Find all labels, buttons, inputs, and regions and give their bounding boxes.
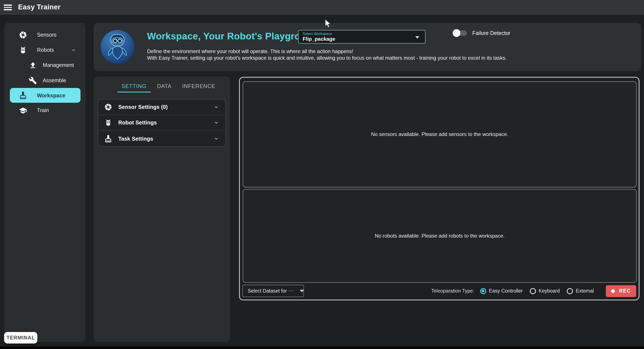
tab-inference[interactable]: INFERENCE	[182, 83, 215, 89]
toggle-track	[454, 31, 467, 36]
radio-keyboard[interactable]: Keyboard	[530, 288, 560, 294]
sensors-empty-message: No sensors available. Please add sensors…	[371, 131, 508, 137]
sidebar-nav: Sensors Robots Management Assemble Works…	[4, 23, 86, 342]
hamburger-menu-icon[interactable]	[4, 5, 12, 10]
radio-label: Keyboard	[539, 288, 560, 294]
workspace-select[interactable]: Select Workspace Flip_package	[298, 30, 426, 44]
chevron-down-icon	[415, 36, 419, 39]
accordion-robot-settings[interactable]: Robot Settings	[98, 115, 226, 131]
sidebar-item-train[interactable]: Train	[4, 103, 86, 118]
page-description: Define the environment where your robot …	[147, 49, 507, 61]
teleoperation-type-group: Teleoparation Type: Easy Controller Keyb…	[431, 285, 636, 297]
chevron-up-icon	[71, 47, 76, 53]
accordion-label: Robot Settings	[118, 120, 157, 126]
sidebar-item-sensors[interactable]: Sensors	[4, 27, 86, 42]
sidebar-item-label: Assemble	[43, 77, 66, 84]
chevron-down-icon	[213, 135, 219, 141]
sidebar-item-workspace[interactable]: Workspace	[10, 88, 80, 103]
rec-button-label: REC	[619, 288, 631, 294]
mouse-cursor	[324, 19, 332, 28]
radio-label: External	[576, 288, 594, 294]
failure-detector-label: Failure Detector	[472, 30, 510, 36]
graduation-cap-icon	[19, 106, 27, 115]
accordion-label: Task Settings	[118, 135, 153, 141]
robot-avatar	[100, 29, 135, 65]
robot-icon	[104, 119, 112, 127]
wrench-icon	[29, 76, 37, 85]
settings-panel: SETTING DATA INFERENCE Sensor Settings (…	[94, 77, 230, 342]
failure-detector-toggle[interactable]: Failure Detector	[454, 30, 510, 36]
workspace-main-container: No sensors available. Please add sensors…	[239, 77, 639, 300]
top-app-bar: Easy Trainer	[0, 0, 644, 15]
dataset-select-label: Select Dataset for ⋯	[248, 288, 293, 294]
sidebar-item-label: Management	[43, 62, 74, 68]
workspace-select-label: Select Workspace	[302, 32, 332, 36]
sidebar-item-assemble[interactable]: Assemble	[4, 73, 86, 88]
page-title: Workspace, Your Robot's Playground	[147, 31, 318, 42]
aperture-icon	[19, 31, 27, 39]
settings-accordion: Sensor Settings (0) Robot Settings Task …	[98, 99, 226, 147]
bottom-screen-edge	[0, 346, 644, 349]
rec-button[interactable]: REC	[606, 285, 636, 297]
radio-label: Easy Controller	[489, 288, 522, 294]
workspace-header-card: Workspace, Your Robot's Playground Defin…	[94, 23, 641, 71]
radio-external[interactable]: External	[567, 288, 594, 294]
terminal-button[interactable]: TERMINAL	[4, 332, 37, 343]
radio-button-checked-icon	[480, 288, 486, 294]
brush-icon	[19, 91, 27, 100]
app-title: Easy Trainer	[18, 3, 61, 12]
sensors-panel: No sensors available. Please add sensors…	[243, 81, 636, 187]
accordion-label: Sensor Settings (0)	[118, 104, 168, 110]
sidebar-item-label: Train	[37, 107, 49, 113]
accordion-task-settings[interactable]: Task Settings	[98, 131, 226, 146]
robots-empty-message: No robots available. Please add robots t…	[375, 233, 505, 239]
chevron-down-icon	[213, 120, 219, 126]
sidebar-item-robots[interactable]: Robots	[4, 42, 86, 58]
description-line-1: Define the environment where your robot …	[147, 49, 507, 55]
tab-setting[interactable]: SETTING	[122, 83, 146, 89]
tab-bar: SETTING DATA INFERENCE	[122, 83, 230, 89]
brush-icon	[104, 135, 112, 143]
record-toolbar: Select Dataset for ⋯ Teleoparation Type:…	[242, 284, 636, 298]
sidebar-item-label: Workspace	[37, 92, 66, 98]
record-dot-icon	[611, 289, 615, 293]
toggle-knob	[452, 29, 460, 37]
radio-button-icon	[567, 288, 573, 294]
tab-data[interactable]: DATA	[157, 83, 172, 89]
accordion-sensor-settings[interactable]: Sensor Settings (0)	[98, 100, 226, 115]
robot-icon	[19, 46, 27, 54]
teleoperation-type-label: Teleoparation Type:	[431, 288, 474, 294]
chevron-down-icon	[213, 104, 219, 110]
description-line-2: With Easy Trainer, setting up your robot…	[147, 55, 507, 61]
aperture-icon	[104, 103, 112, 111]
sidebar-item-label: Robots	[37, 47, 54, 53]
robots-panel: No robots available. Please add robots t…	[243, 189, 636, 283]
radio-button-icon	[530, 288, 536, 294]
upload-icon	[29, 61, 37, 69]
radio-easy-controller[interactable]: Easy Controller	[480, 288, 523, 294]
sidebar-item-management[interactable]: Management	[4, 58, 86, 73]
workspace-select-value: Flip_package	[302, 36, 335, 42]
sidebar-item-label: Sensors	[37, 32, 57, 38]
app-window: Easy Trainer Sensors Robots Management A…	[0, 0, 644, 349]
chevron-down-icon	[300, 290, 304, 292]
dataset-select[interactable]: Select Dataset for ⋯	[242, 285, 304, 297]
